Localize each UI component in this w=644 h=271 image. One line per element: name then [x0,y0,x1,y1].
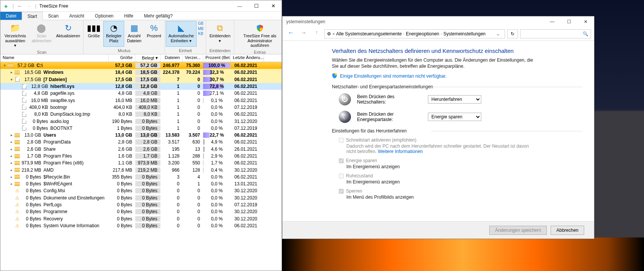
admin-link[interactable]: Einige Einstellungen sind momentan nicht… [340,73,447,79]
table-row[interactable]: ▸18,5 GBWindows18,4 GB18,5 GB224.37870.2… [0,69,282,76]
column-headers[interactable]: Name Größe Belegt ▾ Dateien Verzei... Pr… [0,54,282,62]
run-as-admin-button[interactable]: TreeSize Free als Administrator ausführe… [235,21,285,48]
tab-help[interactable]: Hilfe [119,12,139,20]
table-row[interactable]: ⚠0 BytesProgramme0 Bytes0 Bytes000,0 %30… [0,208,282,215]
table-row[interactable]: ▸2,8 GBProgramData2,8 GB2,8 GB3.5176304,… [0,139,282,145]
expand-icon[interactable]: ▸ [9,147,14,151]
table-row[interactable]: 408,0 KBbootmgr404,0 KB408,0 KB100,0 %07… [0,104,282,111]
table-row[interactable]: ▸973,9 MBProgram Files (x86)1,1 GB973,9 … [0,159,282,166]
table-row[interactable]: ▸0 Bytes$Recycle.Bin355 Bytes0 Bytes340,… [0,174,282,180]
row-icon [21,84,27,89]
table-row[interactable]: 12,8 GBhiberfil.sys12,8 GB12,8 GB1072,8 … [0,83,282,90]
search-input[interactable]: 🔍 [520,29,591,38]
table-row[interactable]: ▾57,2 GBC:\57,3 GB57,2 GB246.97775.36010… [0,62,282,69]
more-info-link[interactable]: Weitere Informationen [378,149,423,154]
mode-occupied-button[interactable]: ◔Belegter Platz [103,21,124,47]
row-icon: ⚠ [14,188,20,193]
tab-start[interactable]: Start [22,12,43,20]
table-row[interactable]: 0 Bytesaudio.log190 Bytes0 Bytes100,0 %3… [0,118,282,124]
table-row[interactable]: ⚠0 BytesSystem Volume Information0 Bytes… [0,222,282,229]
maximize-button[interactable]: ☐ [561,16,577,27]
row-icon: ⚠ [14,216,20,222]
col-percent[interactable]: Prozent (Bel... [203,54,231,62]
unit-auto-button[interactable]: ◣Automatische Einheiten ▾ [166,21,197,47]
nav-forward-icon[interactable]: → [24,3,34,9]
save-button[interactable]: Änderungen speichern [489,226,547,235]
table-row[interactable]: ⚠0 BytesDokumente und Einstellungen0 Byt… [0,194,282,201]
nav-forward-icon[interactable]: → [298,29,309,38]
nav-back-icon[interactable]: ← [15,3,24,9]
table-row[interactable]: ▸2,6 GBShare2,6 GB2,6 GB195134,6 %26.01.… [0,146,282,153]
table-row[interactable]: ▸13,0 GBUsers13,0 GB13,0 GB13.5833.50722… [0,132,282,139]
table-row[interactable]: ▾17,5 GB[7 Dateien]17,5 GB17,5 GB7030,7 … [0,76,282,83]
nav-back-icon[interactable]: ← [285,29,296,38]
shield-icon [332,73,337,78]
tree-body[interactable]: ▾57,2 GBC:\57,3 GB57,2 GB246.97775.36010… [0,62,282,271]
tab-file[interactable]: Datei [0,12,22,20]
sleep-button-select[interactable]: Energie sparen [428,113,481,121]
table-row[interactable]: ▸0 Bytes$WinREAgent0 Bytes0 Bytes010,0 %… [0,180,282,187]
unit-mb-button[interactable]: MB [197,26,205,32]
table-row[interactable]: 8,0 KBDumpStack.log.tmp8,0 KB8,0 KB100,0… [0,111,282,118]
close-button[interactable]: ✕ [577,16,594,27]
mode-filecount-button[interactable]: ▦Anzahl Dateien [124,21,144,47]
table-row[interactable]: ▸219,2 MBAMD217,6 MB219,2 MB9661280,4 %3… [0,166,282,173]
tab-view[interactable]: Ansicht [64,12,90,20]
col-dirs[interactable]: Verzei... [183,54,203,62]
row-icon [21,105,27,110]
cancel-button[interactable]: Abbrechen [551,226,584,235]
refresh-button[interactable]: ↻ [507,29,518,38]
nav-bar: ← → ↑ ⚙ « Alle Systemsteuerungselemente›… [282,27,594,41]
expand-icon[interactable]: ▸ [9,168,14,172]
table-row[interactable]: ⚠0 BytesConfig.Msi0 Bytes0 Bytes000,0 %3… [0,187,282,194]
col-files[interactable]: Dateien [160,54,183,62]
tab-more[interactable]: Mehr gefällig? [139,12,178,20]
expand-icon[interactable]: ▸ [9,182,14,186]
app-icon: ◈ [0,3,11,9]
select-dir-button[interactable]: 📁Verzeichnis auswählen ▾ [1,21,29,48]
unit-gb-button[interactable]: GB [197,21,205,26]
close-button[interactable]: ✕ [265,0,282,12]
row-icon [14,174,20,180]
col-occupied[interactable]: Belegt ▾ [135,54,160,62]
power-button-select[interactable]: Herunterfahren [428,95,481,104]
expand-icon[interactable]: ▸ [9,175,14,179]
titlebar[interactable]: ◈ | ← → | TreeSize Free — ☐ ✕ [0,0,282,12]
tab-scan[interactable]: Scan [43,12,64,20]
table-row[interactable]: 16,0 MBswapfile.sys16,0 MB16,0 MB100,1 %… [0,97,282,104]
refresh-button[interactable]: ↻Aktualisieren [54,21,82,48]
table-row[interactable]: 4,8 GBpagefile.sys4,8 GB4,8 GB1027,1 %06… [0,90,282,97]
expand-icon[interactable]: ▸ [9,154,14,158]
col-size[interactable]: Größe [109,54,135,62]
unit-kb-button[interactable]: KB [197,31,205,37]
expand-icon[interactable]: ▾ [9,78,14,81]
tab-options[interactable]: Optionen [90,12,119,20]
maximize-button[interactable]: ☐ [248,0,265,12]
settings-window: ystemeinstellungen — ☐ ✕ ← → ↑ ⚙ « Alle … [282,16,594,239]
stop-scan-button[interactable]: ⬤Scan abbrechen [29,21,54,48]
expand-icon[interactable]: ▸ [9,70,14,74]
breadcrumb[interactable]: ⚙ « Alle Systemsteuerungselemente› Energ… [324,29,505,38]
titlebar[interactable]: ystemeinstellungen — ☐ ✕ [282,16,594,27]
expand-icon[interactable]: ▸ [9,161,14,165]
col-date[interactable]: Letzte Änderu... [231,54,264,62]
expand-button[interactable]: ⧉Einblenden ▾ [207,21,233,47]
mode-percent-button[interactable]: %Prozent [144,21,164,47]
chevron-down-icon[interactable]: ⌄ [494,31,502,37]
row-icon [7,63,13,68]
table-row[interactable]: ▸1,7 GBProgram Files1,6 GB1,7 GB1.128288… [0,153,282,159]
minimize-button[interactable]: — [231,0,248,12]
expand-icon[interactable]: ▸ [9,140,14,144]
stop-icon: ⬤ [37,23,46,33]
col-name[interactable]: Name [0,54,109,62]
expand-icon[interactable]: ▸ [9,133,14,137]
sleep-button-option: ☾ Beim Drücken der Energiespartaste: Ene… [339,111,594,123]
table-row[interactable]: ⚠0 BytesPerfLogs0 Bytes0 Bytes000,0 %07.… [0,201,282,208]
minimize-button[interactable]: — [544,16,561,27]
table-row[interactable]: 0 BytesBOOTNXT1 Bytes0 Bytes100,0 %07.12… [0,125,282,132]
table-row[interactable]: ⚠0 BytesRecovery0 Bytes0 Bytes000,0 %30.… [0,215,282,222]
expand-icon[interactable]: ▾ [2,64,7,67]
mode-size-button[interactable]: ▮▮▮Größe [84,21,103,47]
nav-up-icon[interactable]: ↑ [311,29,322,38]
row-icon [14,147,20,152]
